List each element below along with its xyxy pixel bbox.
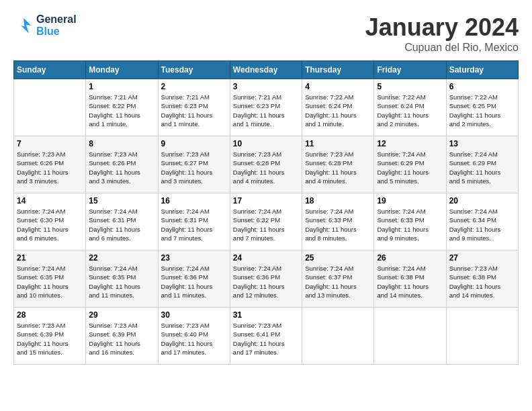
calendar-cell: 6Sunrise: 7:22 AM Sunset: 6:25 PM Daylig… (446, 79, 518, 136)
day-number: 7 (17, 139, 83, 148)
calendar-cell (14, 79, 86, 136)
calendar-cell: 29Sunrise: 7:23 AM Sunset: 6:39 PM Dayli… (86, 308, 158, 365)
calendar-cell (302, 308, 374, 365)
title-block: January 2024 Cupuan del Rio, Mexico (365, 13, 519, 54)
calendar-week-5: 28Sunrise: 7:23 AM Sunset: 6:39 PM Dayli… (14, 308, 519, 365)
calendar-cell: 5Sunrise: 7:22 AM Sunset: 6:24 PM Daylig… (374, 79, 446, 136)
calendar-cell: 7Sunrise: 7:23 AM Sunset: 6:26 PM Daylig… (14, 136, 86, 193)
page-header: General Blue January 2024 Cupuan del Rio… (13, 13, 519, 54)
calendar-cell: 1Sunrise: 7:21 AM Sunset: 6:22 PM Daylig… (86, 79, 158, 136)
calendar-cell: 3Sunrise: 7:21 AM Sunset: 6:23 PM Daylig… (230, 79, 302, 136)
calendar-cell: 15Sunrise: 7:24 AM Sunset: 6:31 PM Dayli… (86, 193, 158, 250)
calendar-cell (374, 308, 446, 365)
day-info: Sunrise: 7:22 AM Sunset: 6:24 PM Dayligh… (305, 93, 371, 128)
day-info: Sunrise: 7:23 AM Sunset: 6:38 PM Dayligh… (449, 264, 515, 300)
day-info: Sunrise: 7:24 AM Sunset: 6:33 PM Dayligh… (377, 207, 443, 242)
day-number: 13 (449, 139, 515, 148)
calendar-cell: 13Sunrise: 7:24 AM Sunset: 6:29 PM Dayli… (446, 136, 518, 193)
day-info: Sunrise: 7:23 AM Sunset: 6:26 PM Dayligh… (89, 150, 154, 185)
day-number: 25 (305, 253, 371, 263)
day-number: 5 (377, 82, 443, 91)
month-title: January 2024 (365, 13, 519, 42)
calendar-cell: 19Sunrise: 7:24 AM Sunset: 6:33 PM Dayli… (374, 193, 446, 250)
calendar-cell: 27Sunrise: 7:23 AM Sunset: 6:38 PM Dayli… (446, 250, 518, 308)
day-info: Sunrise: 7:21 AM Sunset: 6:23 PM Dayligh… (233, 93, 299, 128)
calendar-cell: 14Sunrise: 7:24 AM Sunset: 6:30 PM Dayli… (14, 193, 86, 250)
day-number: 14 (17, 196, 83, 205)
day-number: 10 (233, 139, 299, 148)
day-info: Sunrise: 7:23 AM Sunset: 6:39 PM Dayligh… (17, 321, 83, 357)
logo-icon (13, 15, 34, 36)
logo: General Blue (13, 13, 77, 38)
day-info: Sunrise: 7:24 AM Sunset: 6:31 PM Dayligh… (89, 207, 154, 242)
day-number: 12 (377, 139, 443, 148)
day-info: Sunrise: 7:24 AM Sunset: 6:33 PM Dayligh… (305, 207, 371, 242)
day-number: 20 (449, 196, 515, 205)
logo-text-line2: Blue (36, 26, 77, 38)
calendar-cell: 16Sunrise: 7:24 AM Sunset: 6:31 PM Dayli… (158, 193, 230, 250)
day-number: 11 (305, 139, 371, 148)
header-cell-wednesday: Wednesday (230, 61, 302, 79)
day-number: 29 (89, 310, 154, 320)
day-number: 19 (377, 196, 443, 205)
day-info: Sunrise: 7:21 AM Sunset: 6:22 PM Dayligh… (89, 93, 154, 128)
day-number: 18 (305, 196, 371, 205)
header-cell-tuesday: Tuesday (158, 61, 230, 79)
calendar-cell: 2Sunrise: 7:21 AM Sunset: 6:23 PM Daylig… (158, 79, 230, 136)
day-number: 31 (233, 310, 299, 320)
day-number: 21 (17, 253, 83, 263)
day-info: Sunrise: 7:22 AM Sunset: 6:25 PM Dayligh… (449, 93, 515, 128)
day-number: 4 (305, 82, 371, 91)
day-number: 30 (161, 310, 227, 320)
calendar-week-2: 7Sunrise: 7:23 AM Sunset: 6:26 PM Daylig… (14, 136, 519, 193)
day-info: Sunrise: 7:24 AM Sunset: 6:32 PM Dayligh… (233, 207, 299, 242)
header-cell-thursday: Thursday (302, 61, 374, 79)
day-info: Sunrise: 7:21 AM Sunset: 6:23 PM Dayligh… (161, 93, 227, 128)
day-info: Sunrise: 7:22 AM Sunset: 6:24 PM Dayligh… (377, 93, 443, 128)
day-info: Sunrise: 7:23 AM Sunset: 6:28 PM Dayligh… (233, 150, 299, 185)
day-info: Sunrise: 7:24 AM Sunset: 6:31 PM Dayligh… (161, 207, 227, 242)
calendar-cell: 17Sunrise: 7:24 AM Sunset: 6:32 PM Dayli… (230, 193, 302, 250)
header-cell-sunday: Sunday (14, 61, 86, 79)
calendar-cell: 11Sunrise: 7:23 AM Sunset: 6:28 PM Dayli… (302, 136, 374, 193)
day-number: 26 (377, 253, 443, 263)
day-info: Sunrise: 7:24 AM Sunset: 6:30 PM Dayligh… (17, 207, 83, 242)
logo-text-line1: General (36, 13, 77, 26)
calendar-week-3: 14Sunrise: 7:24 AM Sunset: 6:30 PM Dayli… (14, 193, 519, 250)
day-info: Sunrise: 7:24 AM Sunset: 6:29 PM Dayligh… (377, 150, 443, 185)
day-info: Sunrise: 7:24 AM Sunset: 6:36 PM Dayligh… (233, 264, 299, 300)
calendar-week-1: 1Sunrise: 7:21 AM Sunset: 6:22 PM Daylig… (14, 79, 519, 136)
calendar-cell: 20Sunrise: 7:24 AM Sunset: 6:34 PM Dayli… (446, 193, 518, 250)
day-number: 3 (233, 82, 299, 91)
day-info: Sunrise: 7:24 AM Sunset: 6:29 PM Dayligh… (449, 150, 515, 185)
day-info: Sunrise: 7:24 AM Sunset: 6:34 PM Dayligh… (449, 207, 515, 242)
calendar-table: SundayMondayTuesdayWednesdayThursdayFrid… (13, 60, 519, 365)
day-info: Sunrise: 7:23 AM Sunset: 6:27 PM Dayligh… (161, 150, 227, 185)
day-info: Sunrise: 7:23 AM Sunset: 6:26 PM Dayligh… (17, 150, 83, 185)
day-info: Sunrise: 7:23 AM Sunset: 6:28 PM Dayligh… (305, 150, 371, 185)
day-number: 27 (449, 253, 515, 263)
calendar-cell: 23Sunrise: 7:24 AM Sunset: 6:36 PM Dayli… (158, 250, 230, 308)
day-info: Sunrise: 7:24 AM Sunset: 6:36 PM Dayligh… (161, 264, 227, 300)
svg-marker-0 (21, 18, 31, 34)
day-info: Sunrise: 7:23 AM Sunset: 6:41 PM Dayligh… (233, 321, 299, 357)
day-number: 28 (17, 310, 83, 320)
day-number: 23 (161, 253, 227, 263)
calendar-cell: 26Sunrise: 7:24 AM Sunset: 6:38 PM Dayli… (374, 250, 446, 308)
day-number: 8 (89, 139, 154, 148)
day-info: Sunrise: 7:24 AM Sunset: 6:35 PM Dayligh… (17, 264, 83, 300)
day-number: 1 (89, 82, 154, 91)
calendar-cell: 30Sunrise: 7:23 AM Sunset: 6:40 PM Dayli… (158, 308, 230, 365)
day-number: 16 (161, 196, 227, 205)
calendar-header-row: SundayMondayTuesdayWednesdayThursdayFrid… (14, 61, 519, 79)
day-number: 6 (449, 82, 515, 91)
calendar-cell: 10Sunrise: 7:23 AM Sunset: 6:28 PM Dayli… (230, 136, 302, 193)
day-info: Sunrise: 7:24 AM Sunset: 6:37 PM Dayligh… (305, 264, 371, 300)
day-info: Sunrise: 7:23 AM Sunset: 6:40 PM Dayligh… (161, 321, 227, 357)
day-number: 24 (233, 253, 299, 263)
header-cell-saturday: Saturday (446, 61, 518, 79)
calendar-cell: 4Sunrise: 7:22 AM Sunset: 6:24 PM Daylig… (302, 79, 374, 136)
calendar-cell: 21Sunrise: 7:24 AM Sunset: 6:35 PM Dayli… (14, 250, 86, 308)
calendar-cell: 28Sunrise: 7:23 AM Sunset: 6:39 PM Dayli… (14, 308, 86, 365)
calendar-cell: 24Sunrise: 7:24 AM Sunset: 6:36 PM Dayli… (230, 250, 302, 308)
